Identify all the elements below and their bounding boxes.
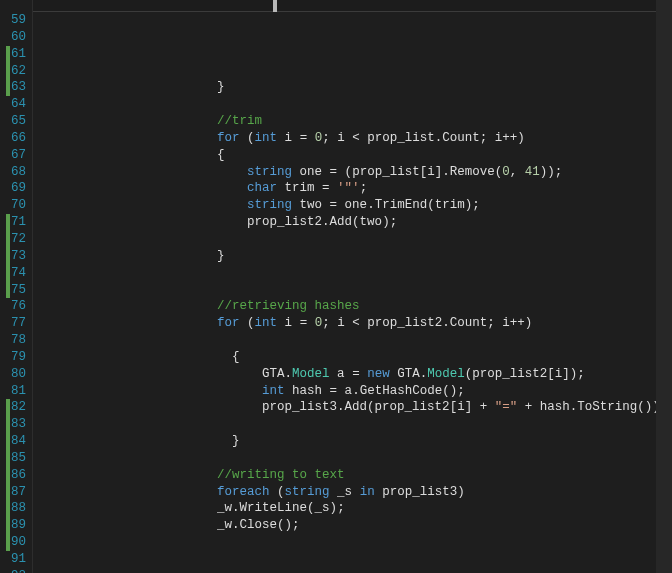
code-token: one xyxy=(300,165,323,179)
code-line xyxy=(37,551,672,568)
code-token: string xyxy=(247,198,292,212)
code-token: _w xyxy=(217,501,232,515)
code-token: ; xyxy=(322,316,330,330)
code-line: for (int i = 0; i < prop_list.Count; i++… xyxy=(37,130,672,147)
code-token: int xyxy=(255,316,278,330)
code-token: string xyxy=(247,165,292,179)
code-token: . xyxy=(232,518,240,532)
vertical-scrollbar[interactable] xyxy=(656,0,672,573)
code-editor[interactable]: 5960616263646566676869707172737475767778… xyxy=(0,0,672,573)
code-line: foreach (string _s in prop_list3) xyxy=(37,484,672,501)
code-token: . xyxy=(322,215,330,229)
code-token: = xyxy=(322,384,345,398)
code-token: prop_list3 xyxy=(262,400,337,414)
code-token: hash xyxy=(292,384,322,398)
code-line: int hash = a.GetHashCode(); xyxy=(37,383,672,400)
code-line xyxy=(37,282,672,299)
code-token: Close xyxy=(240,518,278,532)
code-token: } xyxy=(217,249,225,263)
code-line: } xyxy=(37,79,672,96)
change-marker xyxy=(6,63,10,80)
code-token: ) xyxy=(547,165,555,179)
code-token: ( xyxy=(247,316,255,330)
code-token: ; xyxy=(337,501,345,515)
line-number: 86 xyxy=(6,467,26,484)
code-token: Add xyxy=(330,215,353,229)
code-line: { xyxy=(37,147,672,164)
code-line xyxy=(37,450,672,467)
code-token: = xyxy=(292,316,315,330)
line-number: 61 xyxy=(6,46,26,63)
code-token: trim xyxy=(285,181,315,195)
change-marker xyxy=(6,517,10,534)
code-token: prop_list2 xyxy=(375,400,450,414)
code-token: for xyxy=(217,131,240,145)
code-token: int xyxy=(262,384,285,398)
code-token: ++ xyxy=(502,131,517,145)
change-marker xyxy=(6,265,10,282)
line-number: 76 xyxy=(6,298,26,315)
line-number: 89 xyxy=(6,517,26,534)
code-token: ; xyxy=(457,384,465,398)
code-line xyxy=(37,416,672,433)
code-token: + xyxy=(517,400,540,414)
code-token: ; xyxy=(577,367,585,381)
code-token: = xyxy=(345,367,368,381)
code-token: a xyxy=(337,367,345,381)
code-token: a xyxy=(345,384,353,398)
code-line xyxy=(37,63,672,80)
code-line: prop_list3.Add(prop_list2[i] + "=" + has… xyxy=(37,399,672,416)
code-token: ( xyxy=(427,198,435,212)
code-token: i xyxy=(502,316,510,330)
code-token: ) xyxy=(382,215,390,229)
code-token: ; xyxy=(555,165,563,179)
change-marker xyxy=(6,433,10,450)
code-line xyxy=(37,265,672,282)
code-token: + xyxy=(472,400,495,414)
code-token: . xyxy=(367,198,375,212)
code-token: ) xyxy=(457,485,465,499)
line-number: 77 xyxy=(6,315,26,332)
code-token: = xyxy=(292,131,315,145)
code-token: i xyxy=(337,131,345,145)
code-token: ; xyxy=(322,131,330,145)
code-token: ( xyxy=(307,501,315,515)
line-number: 65 xyxy=(6,113,26,130)
code-token: ; xyxy=(292,518,300,532)
code-line: string one = (prop_list[i].Remove(0, 41)… xyxy=(37,164,672,181)
code-line: } xyxy=(37,248,672,265)
line-number: 83 xyxy=(6,416,26,433)
code-token: new xyxy=(367,367,390,381)
code-token: ( xyxy=(277,485,285,499)
code-token: . xyxy=(352,384,360,398)
code-token: 41 xyxy=(525,165,540,179)
code-token: ; xyxy=(472,198,480,212)
code-token: ToString xyxy=(577,400,637,414)
change-marker xyxy=(6,79,10,96)
code-line: _w.WriteLine(_s); xyxy=(37,500,672,517)
code-token: i xyxy=(457,400,465,414)
line-number: 92 xyxy=(6,568,26,573)
line-number: 80 xyxy=(6,366,26,383)
code-token: < xyxy=(345,131,368,145)
line-number: 59 xyxy=(6,12,26,29)
line-number: 70 xyxy=(6,197,26,214)
code-token: prop_list2 xyxy=(247,215,322,229)
editor-splitter-handle[interactable] xyxy=(273,0,277,12)
code-token: [ xyxy=(547,367,555,381)
code-token: . xyxy=(285,367,293,381)
code-token: = xyxy=(315,181,338,195)
code-token: '"' xyxy=(337,181,360,195)
code-area[interactable]: } //trim for (int i = 0; i < prop_list.C… xyxy=(33,0,672,573)
code-token: TrimEnd xyxy=(375,198,428,212)
code-token: i xyxy=(285,131,293,145)
code-line: GTA.Model a = new GTA.Model(prop_list2[i… xyxy=(37,366,672,383)
code-line xyxy=(37,332,672,349)
code-token: Add xyxy=(345,400,368,414)
code-token: Model xyxy=(427,367,465,381)
code-token: i xyxy=(285,316,293,330)
line-number: 67 xyxy=(6,147,26,164)
code-token: . xyxy=(232,501,240,515)
code-token: prop_list3 xyxy=(382,485,457,499)
code-token: GTA xyxy=(262,367,285,381)
